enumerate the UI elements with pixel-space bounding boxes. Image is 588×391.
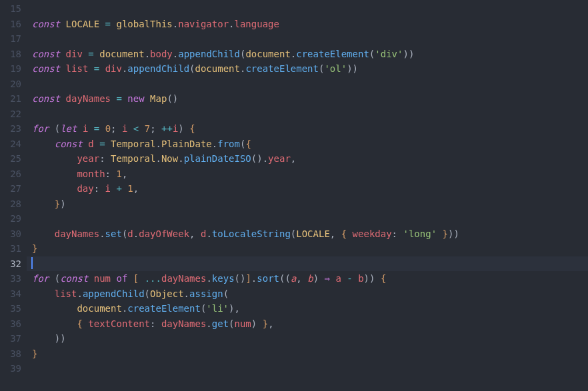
- string-literal: 'div': [375, 49, 403, 59]
- code-line[interactable]: }: [27, 241, 588, 256]
- number-literal: 0: [105, 123, 111, 134]
- code-line[interactable]: const dayNames = new Map(): [27, 91, 588, 107]
- line-number: 19: [0, 61, 27, 77]
- operator-lt: <: [133, 123, 139, 134]
- code-line[interactable]: const LOCALE = globalThis.navigator.lang…: [27, 17, 588, 32]
- class-name: Map: [150, 93, 167, 104]
- code-line[interactable]: for (const num of [ ...dayNames.keys()].…: [27, 271, 588, 286]
- line-number: 33: [0, 271, 27, 286]
- line-number: 26: [0, 167, 27, 182]
- line-number: 39: [0, 361, 27, 376]
- code-line[interactable]: }): [27, 196, 588, 212]
- code-line[interactable]: [27, 107, 588, 122]
- function-call: createElement: [296, 49, 369, 59]
- arrow-operator: ⇒: [325, 273, 330, 284]
- line-number: 22: [0, 107, 27, 122]
- class-name: PlainDate: [161, 139, 212, 149]
- line-number: 21: [0, 91, 27, 107]
- identifier: list: [66, 63, 89, 74]
- code-line[interactable]: dayNames.set(d.dayOfWeek, d.toLocaleStri…: [27, 226, 588, 242]
- line-number: 29: [0, 211, 27, 226]
- string-literal: 'li': [206, 303, 229, 314]
- identifier: div: [66, 49, 83, 59]
- line-number: 37: [0, 331, 27, 346]
- identifier: LOCALE: [66, 19, 100, 29]
- keyword-for: for: [32, 273, 49, 284]
- operator-plus: +: [116, 183, 121, 194]
- property: year: [77, 153, 99, 164]
- code-line[interactable]: [27, 31, 588, 47]
- keyword-of: of: [117, 273, 128, 284]
- line-number: 17: [0, 31, 27, 47]
- line-number: 34: [0, 286, 27, 302]
- keyword-let: let: [60, 123, 77, 134]
- property: body: [150, 49, 173, 59]
- line-number: 28: [0, 196, 27, 212]
- class-name: Temporal: [111, 139, 155, 149]
- line-number: 23: [0, 121, 27, 137]
- line-number: 15: [0, 1, 27, 17]
- identifier: globalThis: [116, 19, 172, 29]
- line-number: 18: [0, 47, 27, 62]
- identifier: d: [88, 139, 93, 149]
- keyword-for: for: [32, 123, 49, 134]
- code-line[interactable]: day: i + 1,: [27, 181, 588, 196]
- number-literal: 7: [145, 123, 150, 134]
- identifier: num: [94, 273, 111, 284]
- operator-spread: ...: [145, 273, 161, 284]
- line-number: 16: [0, 17, 27, 32]
- function-call: appendChild: [178, 49, 240, 59]
- line-number: 38: [0, 346, 27, 362]
- code-line[interactable]: const list = div.appendChild(document.cr…: [27, 61, 588, 77]
- line-number: 25: [0, 151, 27, 167]
- code-line[interactable]: { textContent: dayNames.get(num) },: [27, 316, 588, 332]
- code-line[interactable]: [27, 1, 588, 17]
- line-number: 36: [0, 316, 27, 332]
- keyword-const: const: [32, 19, 60, 29]
- code-line-current[interactable]: [27, 256, 588, 272]
- code-editor[interactable]: 1516171819202122232425262728293031323334…: [0, 0, 588, 391]
- line-number: 32: [0, 256, 27, 272]
- code-line[interactable]: }: [27, 346, 588, 362]
- code-line[interactable]: month: 1,: [27, 167, 588, 182]
- identifier: dayNames: [66, 93, 111, 104]
- property: month: [77, 169, 105, 179]
- code-line[interactable]: )): [27, 331, 588, 346]
- operator-inc: ++: [161, 123, 173, 134]
- code-line[interactable]: const d = Temporal.PlainDate.from({: [27, 137, 588, 152]
- text-cursor: [31, 257, 33, 269]
- parameter: b: [307, 273, 313, 284]
- line-number: 20: [0, 77, 27, 92]
- identifier: document: [99, 49, 144, 59]
- line-number: 30: [0, 226, 27, 242]
- line-number: 35: [0, 301, 27, 316]
- code-line[interactable]: const div = document.body.appendChild(do…: [27, 47, 588, 62]
- code-line[interactable]: [27, 361, 588, 376]
- code-line[interactable]: [27, 211, 588, 226]
- line-number: 24: [0, 137, 27, 152]
- line-number: 27: [0, 181, 27, 196]
- number-literal: 1: [116, 169, 121, 179]
- string-literal: 'ol': [324, 63, 347, 74]
- keyword-const: const: [32, 49, 60, 59]
- code-line[interactable]: for (let i = 0; i < 7; ++i) {: [27, 121, 588, 137]
- code-line[interactable]: list.appendChild(Object.assign(: [27, 286, 588, 302]
- code-area[interactable]: const LOCALE = globalThis.navigator.lang…: [27, 0, 588, 391]
- operator-eq: =: [105, 19, 111, 29]
- property: navigator: [178, 19, 229, 29]
- code-line[interactable]: document.createElement('li'),: [27, 301, 588, 316]
- keyword-new: new: [127, 93, 144, 104]
- string-literal: 'long': [403, 228, 437, 239]
- line-number: 31: [0, 241, 27, 256]
- class-name: Object: [150, 288, 184, 299]
- code-line[interactable]: [27, 77, 588, 92]
- property: language: [235, 19, 279, 29]
- line-number-gutter: 1516171819202122232425262728293031323334…: [0, 0, 27, 391]
- property: day: [77, 183, 93, 194]
- property: textContent: [88, 318, 150, 329]
- code-line[interactable]: year: Temporal.Now.plainDateISO().year,: [27, 151, 588, 167]
